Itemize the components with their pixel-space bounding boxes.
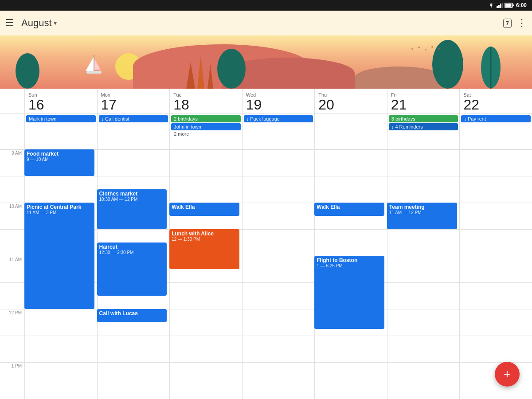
time-grid[interactable]: 9 AM 10 AM [0,149,532,399]
teal-tree-1 [16,53,40,89]
grid-cell-tue-12 [169,309,242,336]
allday-cell-thu [314,114,387,149]
svg-rect-9 [86,71,102,74]
allday-cell-wed: ↓ Pack luggage [242,114,315,149]
grid-cell-sat-130 [459,389,532,399]
svg-marker-12 [197,55,204,89]
grid-cell-mon-130 [97,389,170,399]
svg-point-20 [418,47,420,48]
menu-icon[interactable]: ☰ [5,17,14,29]
timed-event-call-with-lucas[interactable]: Call with Lucas [97,309,167,322]
top-bar-right: 7 ⋮ [503,17,527,29]
allday-cell-sat: ↓ Pay rent [459,114,532,149]
timed-event-haircut[interactable]: Haircut12:30 — 2:30 PM [97,243,167,296]
event-pack-luggage[interactable]: ↓ Pack luggage [244,115,313,122]
event-mark-in-town[interactable]: Mark in town [26,115,96,122]
day-header-fri: Fri 21 [387,89,460,113]
timed-event-walk-ella[interactable]: Walk Ella [314,203,384,216]
svg-point-14 [16,53,39,89]
event-john-in-town[interactable]: John in town [171,123,241,130]
grid-cell-sat-1030 [459,229,532,256]
teal-tree-2 [217,49,246,89]
day-header-sun: Sun 16 [24,89,97,113]
month-selector[interactable]: August ▾ [21,17,57,29]
grid-cell-sun-12 [24,309,97,336]
timed-event-team-meeting[interactable]: Team meeting11 AM — 12 PM [387,203,457,229]
grid-cell-wed-1130 [242,282,315,309]
day-header-wed: Wed 19 [242,89,315,113]
illustration-banner [0,35,532,89]
svg-rect-3 [502,3,503,8]
time-label-11am: 11 AM [0,256,24,282]
day-header-tue: Tue 18 [169,89,242,113]
svg-point-19 [411,48,413,50]
grid-cell-thu-930 [314,176,387,203]
svg-point-22 [431,46,433,48]
status-bar: 6:00 [0,0,532,11]
timed-event-clothes-market[interactable]: Clothes market10:30 AM — 12 PM [97,189,167,229]
svg-rect-1 [498,5,500,8]
add-event-fab[interactable]: + [495,362,520,387]
grid-cell-wed-9 [242,149,315,176]
time-label-1230 [0,336,24,362]
grid-cell-tue-1130 [169,282,242,309]
grid-cell-sat-10 [459,203,532,229]
time-label-12pm: 12 PM [0,309,24,336]
svg-point-15 [217,49,246,89]
timed-event-flight-to-boston[interactable]: Flight to Boston1 — 6:25 PM [314,256,384,329]
grid-cell-sun-1230 [24,336,97,362]
calendar-today-button[interactable]: 7 [503,19,512,28]
pine-tree-2 [197,55,204,89]
svg-marker-7 [86,56,94,71]
timed-event-walk-ella[interactable]: Walk Ella [169,203,239,216]
allday-cell-fri: 3 birthdays ↓ 4 Reminders [387,114,460,149]
grid-cell-wed-1230 [242,336,315,362]
grid-cell-thu-9 [314,149,387,176]
pine-tree-1 [186,62,195,89]
day-header-mon: Mon 17 [97,89,170,113]
grid-cell-fri-1230 [387,336,460,362]
grid-cell-wed-10 [242,203,315,229]
svg-marker-11 [186,62,195,89]
grid-cell-sat-12 [459,309,532,336]
teal-plant [481,47,501,89]
time-label-1030 [0,229,24,256]
grid-cell-tue-9 [169,149,242,176]
grid-cell-fri-930 [387,176,460,203]
time-label-1130 [0,282,24,309]
timed-event-lunch-with-alice[interactable]: Lunch with Alice12 — 1:30 PM [169,229,239,269]
svg-rect-5 [512,4,514,6]
event-call-dentist[interactable]: ↓ Call dentist [99,115,168,122]
event-4-reminders[interactable]: ↓ 4 Reminders [389,123,458,130]
grid-cell-sat-11 [459,256,532,282]
event-3-birthdays[interactable]: 3 birthdays [389,115,458,122]
grid-cell-wed-11 [242,256,315,282]
grid-cell-wed-930 [242,176,315,203]
svg-point-23 [438,48,440,50]
grid-cell-fri-12 [387,309,460,336]
time-grid-inner: 9 AM 10 AM [0,149,532,399]
svg-rect-0 [497,6,498,8]
grid-cell-fri-1030 [387,229,460,256]
pine-tree-3 [207,64,213,89]
grid-cell-fri-1130 [387,282,460,309]
svg-rect-6 [505,4,511,7]
allday-row: Mark in town ↓ Call dentist 2 birthdays … [0,114,532,149]
event-pay-rent[interactable]: ↓ Pay rent [461,115,531,122]
event-more-tue[interactable]: 2 more [171,131,241,137]
event-2-birthdays[interactable]: 2 birthdays [171,115,241,122]
grid-cell-sun-130 [24,389,97,399]
timed-event-picnic-at-central-park[interactable]: Picnic at Central Park11 AM — 3 PM [24,203,94,309]
grid-cell-wed-130 [242,389,315,399]
timed-event-food-market[interactable]: Food market9 — 10 AM [24,149,94,176]
allday-cell-sun: Mark in town [24,114,97,149]
grid-cell-tue-1 [169,362,242,389]
calendar-grid: Sun 16 Mon 17 Tue 18 Wed 19 Thu 20 Fri 2… [0,89,532,399]
day-headers-row: Sun 16 Mon 17 Tue 18 Wed 19 Thu 20 Fri 2… [0,89,532,114]
grid-cell-sat-9 [459,149,532,176]
grid-cell-fri-9 [387,149,460,176]
allday-cell-mon: ↓ Call dentist [97,114,170,149]
more-options-icon[interactable]: ⋮ [517,17,527,29]
status-icons: 6:00 [488,2,527,8]
signal-icon [497,3,503,8]
